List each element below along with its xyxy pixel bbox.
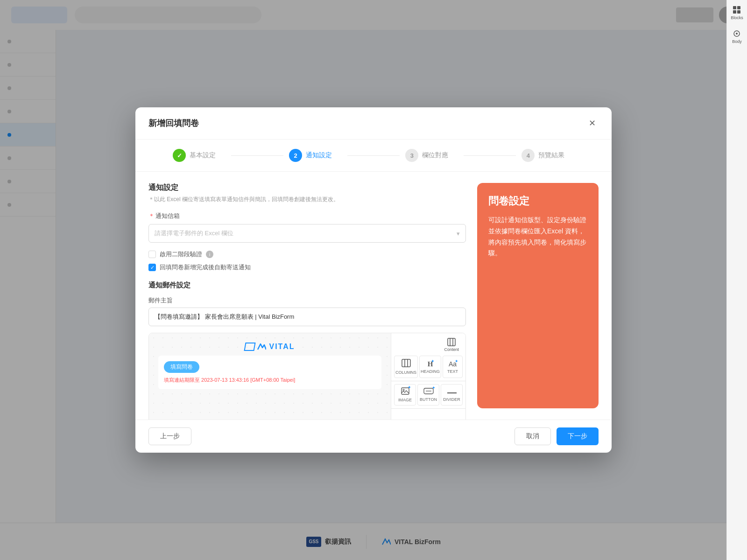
text-icon: Aa ✦ (449, 360, 457, 368)
mailbox-label: ＊通知信箱 (148, 212, 466, 220)
heading-icon: H ✦ (428, 360, 433, 368)
step-1-label: 基本設定 (190, 151, 216, 160)
columns-icon (402, 359, 411, 369)
step-3-label: 欄位對應 (422, 151, 448, 160)
email-content-area: 填寫問卷 填寫連結期限至 2023-07-13 13:43:16 [GMT+08… (158, 356, 381, 389)
svg-point-7 (403, 389, 404, 391)
step-1-circle: ✓ (173, 149, 186, 162)
email-toolbar: Content (391, 333, 465, 420)
divider-icon (447, 388, 457, 396)
cancel-button[interactable]: 取消 (514, 427, 551, 445)
toolbar-button[interactable]: ✦ BUTTON (417, 384, 439, 406)
info-icon[interactable]: i (206, 251, 213, 258)
step-divider-2 (347, 155, 400, 156)
step-3: 3 欄位對應 (405, 149, 458, 162)
toolbar-columns[interactable]: COLUMNS (394, 356, 418, 378)
email-section: 通知郵件設定 郵件主旨 【問卷填寫邀請】 家長會出席意願表 | Vital Bi… (148, 281, 466, 420)
modal-footer: 上一步 取消 下一步 (135, 420, 612, 453)
section-notification-subtitle: ＊以此 Excel 欄位寄送填寫表單通知信件與簡訊，回填問卷創建後無法更改。 (148, 196, 466, 203)
modal: 新增回填問卷 ✕ ✓ 基本設定 2 通知設定 3 欄位對應 (135, 107, 612, 453)
email-subject-input[interactable]: 【問卷填寫邀請】 家長會出席意願表 | Vital BizForm (148, 308, 466, 326)
info-box: 問卷設定 可設計通知信版型、設定身份驗證並依據問卷欄位匯入Excel 資料，將內… (477, 183, 599, 408)
two-factor-row: 啟用二階段驗證 i (148, 250, 466, 259)
svg-rect-3 (402, 359, 410, 367)
step-2: 2 通知設定 (289, 149, 342, 162)
email-fill-button: 填寫問卷 (164, 361, 199, 373)
step-4: 4 預覽結果 (521, 149, 574, 162)
text-label: TEXT (447, 369, 458, 374)
toolbar-text[interactable]: Aa ✦ TEXT (443, 356, 463, 378)
divider-label: DIVIDER (443, 397, 460, 402)
step-4-label: 預覽結果 (538, 151, 564, 160)
modal-header: 新增回填問卷 ✕ (135, 107, 612, 140)
step-divider-1 (231, 155, 284, 156)
modal-overlay: 新增回填問卷 ✕ ✓ 基本設定 2 通知設定 3 欄位對應 (0, 0, 747, 560)
heading-label: HEADING (421, 369, 440, 374)
image-label: IMAGE (398, 398, 412, 402)
mailbox-select[interactable]: 請選擇電子郵件的 Excel 欄位 ▾ (148, 224, 466, 243)
step-4-circle: 4 (521, 149, 535, 162)
section-notification-title: 通知設定 (148, 183, 466, 193)
modal-title: 新增回填問卷 (148, 118, 199, 129)
close-button[interactable]: ✕ (585, 117, 599, 130)
columns-label: COLUMNS (395, 370, 416, 375)
email-logo: VITAL (245, 343, 295, 351)
button-icon: ✦ (423, 388, 434, 396)
toolbar-divider[interactable]: DIVIDER (441, 384, 463, 406)
auto-notify-checkbox[interactable]: ✓ (148, 264, 156, 271)
step-2-label: 通知設定 (306, 151, 332, 160)
steps-bar: ✓ 基本設定 2 通知設定 3 欄位對應 4 預覽結果 (135, 140, 612, 172)
auto-notify-row: ✓ 回填問卷新增完成後自動寄送通知 (148, 263, 466, 272)
back-button[interactable]: 上一步 (148, 427, 191, 445)
step-divider-3 (464, 155, 516, 156)
image-icon: ✦ (401, 387, 409, 396)
info-box-title: 問卷設定 (488, 194, 587, 208)
toolbar-heading[interactable]: H ✦ HEADING (419, 356, 441, 378)
email-preview: VITAL 填寫問卷 填寫連結期限至 2023-07-13 13:43:16 [… (148, 333, 466, 420)
modal-body: 通知設定 ＊以此 Excel 欄位寄送填寫表單通知信件與簡訊，回填問卷創建後無法… (135, 172, 612, 420)
next-button[interactable]: 下一步 (557, 427, 599, 445)
two-factor-checkbox[interactable] (148, 251, 156, 258)
step-2-circle: 2 (289, 149, 302, 162)
modal-main: 通知設定 ＊以此 Excel 欄位寄送填寫表單通知信件與簡訊，回填問卷創建後無法… (148, 183, 466, 408)
email-deadline: 填寫連結期限至 2023-07-13 13:43:16 [GMT+08:00 T… (164, 377, 376, 384)
button-label: BUTTON (420, 397, 437, 402)
content-tab[interactable]: Content (440, 336, 463, 354)
step-3-circle: 3 (405, 149, 418, 162)
step-1: ✓ 基本設定 (173, 149, 226, 162)
svg-rect-0 (448, 338, 455, 346)
email-canvas: VITAL 填寫問卷 填寫連結期限至 2023-07-13 13:43:16 [… (149, 333, 391, 420)
info-box-text: 可設計通知信版型、設定身份驗證並依據問卷欄位匯入Excel 資料，將內容預先填入… (488, 215, 587, 259)
email-section-title: 通知郵件設定 (148, 281, 466, 290)
email-subject-label: 郵件主旨 (148, 296, 466, 305)
footer-right: 取消 下一步 (514, 427, 599, 445)
toolbar-image[interactable]: ✦ IMAGE (394, 384, 416, 406)
